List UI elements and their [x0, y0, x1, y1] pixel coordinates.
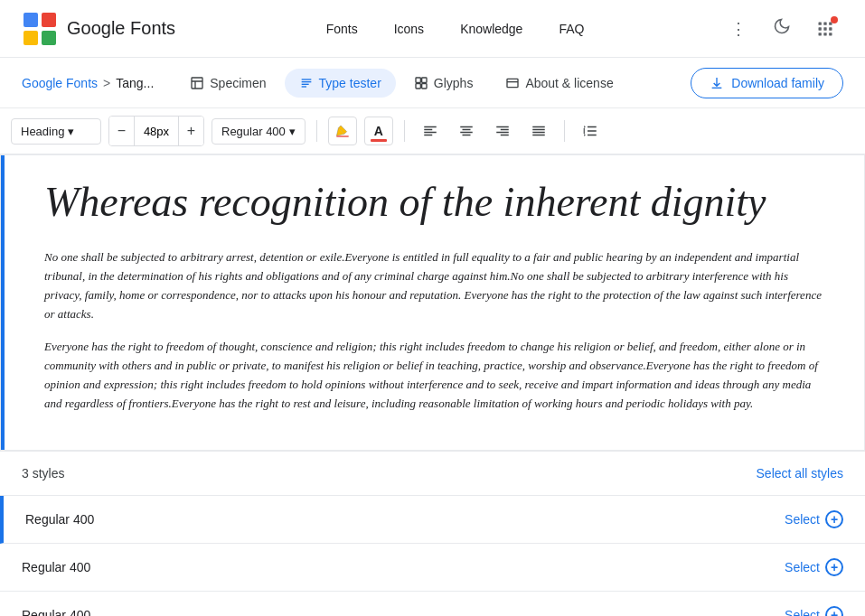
glyphs-icon: [414, 76, 428, 90]
increase-font-size-button[interactable]: +: [178, 117, 203, 145]
toolbar: Heading ▾ − + Regular 400 ▾ A: [0, 108, 865, 154]
apps-wrapper: [807, 11, 843, 47]
align-right-icon: [494, 123, 511, 139]
tab-type-tester-label: Type tester: [319, 76, 381, 90]
apps-button[interactable]: [807, 11, 843, 47]
specimen-icon: [190, 76, 204, 90]
preview-wrapper: Whereas recognition of the inherent dign…: [0, 154, 865, 451]
preset-selector[interactable]: Heading ▾: [11, 118, 101, 145]
decrease-icon: −: [118, 123, 126, 139]
align-left-icon: [422, 123, 438, 139]
tab-glyphs[interactable]: Glyphs: [400, 69, 488, 98]
toolbar-divider-2: [404, 120, 405, 142]
font-size-input[interactable]: [135, 119, 178, 144]
align-left-button[interactable]: [416, 117, 445, 145]
download-icon: [710, 76, 724, 90]
svg-rect-12: [829, 33, 832, 35]
style-name-1: Regular 400: [22, 560, 90, 574]
line-height-icon: [582, 123, 598, 139]
font-size-area: − +: [108, 116, 204, 146]
content-area[interactable]: Whereas recognition of the inherent dign…: [1, 155, 864, 450]
select-button-0[interactable]: Select +: [785, 510, 843, 528]
text-color-button[interactable]: A: [364, 117, 393, 145]
nav-link-knowledge[interactable]: Knowledge: [446, 14, 537, 43]
styles-header: 3 styles Select all styles: [0, 452, 865, 496]
notification-dot: [831, 16, 838, 23]
style-name-0: Regular 400: [25, 512, 94, 527]
svg-rect-5: [823, 22, 826, 24]
dark-mode-button[interactable]: [764, 11, 800, 47]
select-plus-circle-1: +: [825, 558, 843, 576]
svg-rect-4: [819, 22, 822, 24]
svg-rect-3: [42, 31, 56, 45]
left-accent-bar: [1, 155, 5, 450]
svg-rect-2: [24, 31, 38, 45]
text-color-underline: [371, 139, 387, 142]
top-nav: Google Fonts Fonts Icons Knowledge FAQ ⋮: [0, 0, 865, 58]
select-button-1[interactable]: Select +: [785, 558, 843, 576]
style-row-1[interactable]: Regular 400 Select +: [0, 544, 865, 592]
decrease-font-size-button[interactable]: −: [109, 117, 135, 145]
tab-glyphs-label: Glyphs: [434, 76, 474, 90]
nav-link-faq[interactable]: FAQ: [544, 14, 598, 43]
text-color-label: A: [374, 124, 383, 138]
select-all-styles-link[interactable]: Select all styles: [757, 466, 843, 481]
preview-paragraph-2: Everyone has the right to freedom of tho…: [44, 338, 828, 413]
svg-rect-11: [823, 33, 826, 35]
font-style-label: Regular 400: [221, 125, 286, 138]
dark-mode-icon: [773, 17, 791, 40]
sub-nav: Google Fonts > Tang... Specimen Type tes…: [0, 58, 865, 108]
svg-rect-8: [823, 27, 826, 30]
tab-about-label: About & license: [525, 76, 613, 90]
svg-rect-10: [819, 33, 822, 35]
about-icon: [505, 76, 520, 90]
style-row-2[interactable]: Regular 400 Select +: [0, 592, 865, 616]
select-label-2: Select: [785, 608, 820, 616]
preset-label: Heading: [21, 125, 64, 138]
align-center-icon: [458, 123, 475, 139]
highlight-color-button[interactable]: [328, 117, 357, 145]
svg-rect-7: [819, 27, 822, 30]
style-row-0[interactable]: Regular 400 Select +: [0, 496, 865, 544]
select-button-2[interactable]: Select +: [785, 606, 843, 616]
font-style-selector[interactable]: Regular 400 ▾: [212, 118, 306, 145]
breadcrumb-parent[interactable]: Google Fonts: [22, 76, 98, 90]
align-right-button[interactable]: [488, 117, 517, 145]
align-justify-icon: [531, 123, 547, 139]
tab-specimen[interactable]: Specimen: [175, 69, 280, 98]
more-vert-icon: ⋮: [730, 19, 747, 39]
svg-rect-21: [421, 83, 426, 88]
more-vert-button[interactable]: ⋮: [720, 11, 757, 47]
preview-heading: Whereas recognition of the inherent dign…: [44, 177, 828, 227]
tab-specimen-label: Specimen: [210, 76, 266, 90]
align-justify-button[interactable]: [524, 117, 553, 145]
line-height-button[interactable]: [576, 117, 605, 145]
download-family-button[interactable]: Download family: [691, 68, 843, 98]
styles-count: 3 styles: [22, 466, 64, 481]
tab-type-tester[interactable]: Type tester: [285, 69, 396, 98]
align-center-button[interactable]: [452, 117, 481, 145]
select-plus-circle-2: +: [825, 606, 843, 616]
nav-link-icons[interactable]: Icons: [380, 14, 438, 43]
select-label-0: Select: [785, 512, 820, 527]
nav-links: Fonts Icons Knowledge FAQ: [219, 14, 691, 43]
svg-rect-1: [42, 13, 56, 27]
sub-nav-tabs: Specimen Type tester Glyphs: [175, 69, 683, 98]
font-style-dropdown-icon: ▾: [289, 125, 296, 138]
svg-rect-18: [416, 78, 420, 82]
nav-link-fonts[interactable]: Fonts: [312, 14, 372, 43]
toolbar-divider-3: [564, 120, 565, 142]
style-name-2: Regular 400: [22, 608, 90, 616]
logo-area: Google Fonts: [22, 11, 175, 47]
breadcrumb-separator: >: [103, 76, 110, 90]
svg-rect-13: [192, 78, 202, 89]
download-family-label: Download family: [731, 76, 824, 90]
svg-rect-19: [421, 78, 426, 82]
highlight-icon: [335, 124, 350, 138]
breadcrumb: Google Fonts > Tang...: [22, 76, 154, 90]
tab-about[interactable]: About & license: [491, 69, 627, 98]
styles-section: 3 styles Select all styles Regular 400 S…: [0, 451, 865, 616]
select-plus-circle-0: +: [825, 510, 843, 528]
type-tester-icon: [299, 76, 314, 90]
increase-icon: +: [187, 123, 195, 139]
